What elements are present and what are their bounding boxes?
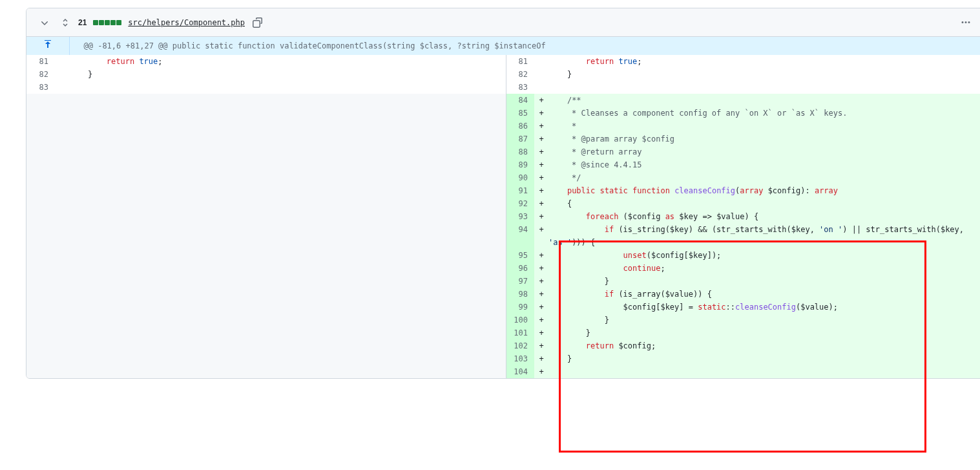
line-num-right[interactable]: 102: [506, 339, 534, 352]
code-right[interactable]: [548, 81, 980, 94]
marker-right: [534, 81, 548, 94]
file-header: 21 src/helpers/Component.php: [26, 8, 980, 37]
marker-left-empty: [55, 145, 69, 158]
code-right[interactable]: return $config;: [548, 339, 980, 352]
code-right[interactable]: * Cleanses a component config of any `on…: [548, 107, 980, 120]
line-num-right[interactable]: 82: [506, 68, 534, 81]
line-num-right[interactable]: 85: [506, 107, 534, 120]
code-right[interactable]: * @since 4.4.15: [548, 158, 980, 171]
marker-left-empty: [55, 223, 69, 249]
code-right[interactable]: }: [548, 352, 980, 365]
code-right[interactable]: }: [548, 326, 980, 339]
code-right[interactable]: }: [548, 68, 980, 81]
line-num-right[interactable]: 86: [506, 120, 534, 133]
code-right[interactable]: *: [548, 120, 980, 133]
file-path-link[interactable]: src/helpers/Component.php: [128, 18, 245, 27]
code-right[interactable]: if (is_array($value)) {: [548, 288, 980, 301]
add-marker: +: [534, 158, 548, 171]
code-right[interactable]: continue;: [548, 262, 980, 275]
diff-row: 85+ * Cleanses a component config of any…: [26, 107, 980, 120]
diff-row: 96+ continue;: [26, 262, 980, 275]
line-num-right[interactable]: 99: [506, 301, 534, 314]
code-right[interactable]: */: [548, 171, 980, 184]
line-num-right[interactable]: 95: [506, 249, 534, 262]
line-num-right[interactable]: 98: [506, 288, 534, 301]
marker-left-empty: [55, 210, 69, 223]
line-num-left-empty: [26, 326, 55, 339]
line-num-right[interactable]: 100: [506, 314, 534, 326]
line-num-right[interactable]: 97: [506, 275, 534, 288]
expand-all-icon[interactable]: [57, 15, 73, 30]
code-left-empty: [69, 184, 506, 197]
line-num-left-empty: [26, 249, 55, 262]
code-right[interactable]: $config[$key] = static::cleanseConfig($v…: [548, 301, 980, 314]
line-num-left-empty: [26, 262, 55, 275]
additions-count: 21: [78, 18, 87, 27]
chevron-down-icon[interactable]: [37, 15, 52, 30]
code-right[interactable]: if (is_string($key) && (str_starts_with(…: [548, 223, 980, 249]
line-num-right[interactable]: 88: [506, 145, 534, 158]
line-num-left-empty: [26, 223, 55, 249]
line-num-left[interactable]: 81: [26, 55, 55, 68]
code-left-empty: [69, 352, 506, 365]
code-right[interactable]: [548, 365, 980, 378]
code-left-empty: [69, 210, 506, 223]
line-num-right[interactable]: 103: [506, 352, 534, 365]
copy-icon[interactable]: [250, 15, 266, 30]
code-left[interactable]: [69, 81, 506, 94]
code-right[interactable]: * @param array $config: [548, 133, 980, 145]
add-marker: +: [534, 249, 548, 262]
add-marker: +: [534, 120, 548, 133]
add-marker: +: [534, 314, 548, 326]
code-left-empty: [69, 107, 506, 120]
line-num-right[interactable]: 84: [506, 94, 534, 107]
line-num-right[interactable]: 101: [506, 326, 534, 339]
code-right[interactable]: }: [548, 275, 980, 288]
diff-row: 94+ if (is_string($key) && (str_starts_w…: [26, 223, 980, 249]
line-num-right[interactable]: 81: [506, 55, 534, 68]
code-right[interactable]: return true;: [548, 55, 980, 68]
add-marker: +: [534, 365, 548, 378]
code-left-empty: [69, 365, 506, 378]
line-num-left-empty: [26, 339, 55, 352]
line-num-right[interactable]: 94: [506, 223, 534, 249]
code-left[interactable]: }: [69, 68, 506, 81]
code-right[interactable]: foreach ($config as $key => $value) {: [548, 210, 980, 223]
code-right[interactable]: * @return array: [548, 145, 980, 158]
line-num-right[interactable]: 93: [506, 210, 534, 223]
line-num-left[interactable]: 82: [26, 68, 55, 81]
line-num-right[interactable]: 96: [506, 262, 534, 275]
line-num-right[interactable]: 90: [506, 171, 534, 184]
line-num-left[interactable]: 83: [26, 81, 55, 94]
diff-row: 84+ /**: [26, 94, 980, 107]
code-right[interactable]: public static function cleanseConfig(arr…: [548, 184, 980, 197]
kebab-menu-icon[interactable]: [958, 15, 974, 30]
code-left-empty: [69, 133, 506, 145]
code-right[interactable]: {: [548, 197, 980, 210]
code-right[interactable]: }: [548, 314, 980, 326]
line-num-left-empty: [26, 197, 55, 210]
diff-row: 98+ if (is_array($value)) {: [26, 288, 980, 301]
line-num-left-empty: [26, 288, 55, 301]
line-num-right[interactable]: 91: [506, 184, 534, 197]
line-num-right[interactable]: 104: [506, 365, 534, 378]
line-num-right[interactable]: 83: [506, 81, 534, 94]
expand-up-icon[interactable]: [26, 37, 69, 55]
code-right[interactable]: /**: [548, 94, 980, 107]
code-left-empty: [69, 249, 506, 262]
diff-row: 88+ * @return array: [26, 145, 980, 158]
code-left-empty: [69, 158, 506, 171]
code-left[interactable]: return true;: [69, 55, 506, 68]
add-marker: +: [534, 339, 548, 352]
line-num-right[interactable]: 92: [506, 197, 534, 210]
diffstat-block: [110, 20, 116, 25]
marker-left-empty: [55, 94, 69, 107]
line-num-right[interactable]: 87: [506, 133, 534, 145]
code-right[interactable]: unset($config[$key]);: [548, 249, 980, 262]
line-num-right[interactable]: 89: [506, 158, 534, 171]
marker-left: [55, 55, 69, 68]
marker-left-empty: [55, 275, 69, 288]
add-marker: +: [534, 94, 548, 107]
hunk-header-text: @@ -81,6 +81,27 @@ public static functio…: [69, 37, 980, 55]
hunk-header-row: @@ -81,6 +81,27 @@ public static functio…: [26, 37, 980, 55]
